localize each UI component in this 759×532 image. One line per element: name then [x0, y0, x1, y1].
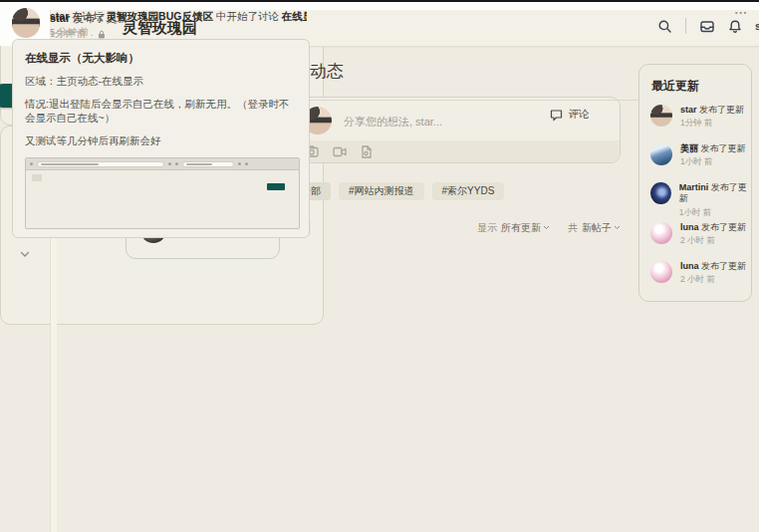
post-card-2: star 在论坛 灵智玫瑰园BUG反馈区 中开始了讨论 在线显示（无大影响） 5…: [0, 126, 324, 325]
total-label: 共: [568, 221, 578, 235]
topic-line-3: 又测试等几分钟后再刷新会好: [25, 134, 297, 148]
filter-chips: 全部 #网站内测报道 #索尔YYDS: [291, 182, 504, 200]
navbar-divider: [685, 18, 686, 34]
top-notch: [681, 2, 697, 10]
screenshot-page: [26, 170, 299, 228]
show-label: 显示: [477, 221, 497, 235]
post2-author-name[interactable]: star: [50, 10, 69, 22]
inbox-icon[interactable]: [699, 19, 715, 34]
chevron-down-icon[interactable]: [18, 247, 32, 261]
file-icon[interactable]: [361, 145, 373, 158]
post2-header: star 在论坛 灵智玫瑰园BUG反馈区 中开始了讨论 在线显示（无大影响）: [50, 9, 307, 23]
screenshot-address-bar: [37, 161, 164, 167]
recent-item-3[interactable]: Martini 发布了更新 1小时 前: [650, 182, 751, 219]
screenshot-search-box: [182, 161, 234, 167]
lock-icon: [98, 30, 106, 39]
bell-icon[interactable]: [728, 19, 742, 34]
avatar-martini: [650, 182, 671, 204]
avatar-luna: [650, 261, 672, 283]
screenshot-teal-button: [267, 183, 285, 190]
feed-controls-row: 显示 所有更新 共 新帖子: [291, 219, 621, 236]
filter-chip-tag2[interactable]: #索尔YYDS: [432, 182, 505, 200]
topic-title: 在线显示（无大影响）: [25, 51, 297, 66]
navbar-actions: sta: [657, 18, 759, 34]
post2-topic-link[interactable]: 在线显示（无大影响）: [282, 10, 307, 22]
filter-chip-tag1[interactable]: #网站内测报道: [339, 182, 424, 200]
show-filter-dropdown[interactable]: 所有更新: [501, 221, 550, 235]
embedded-screenshot[interactable]: [25, 157, 300, 229]
topic-line-1: 区域：主页动态-在线显示: [25, 75, 297, 89]
recent-updates-card: 最近更新 star 发布了更新 1分钟 前 美丽 发布了更新 1小时 前 Mar…: [638, 64, 752, 302]
avatar-star: [650, 105, 672, 127]
recent-item-1[interactable]: star 发布了更新 1分钟 前: [650, 105, 744, 130]
current-user-name[interactable]: sta: [755, 20, 759, 32]
display-controls: 显示 所有更新 共 新帖子: [477, 221, 621, 235]
post2-time: 5 分钟 前: [50, 26, 89, 39]
video-icon[interactable]: [333, 146, 347, 157]
post2-more-button[interactable]: ⋯: [734, 6, 747, 19]
sort-dropdown[interactable]: 新帖子: [582, 221, 621, 235]
recent-item-4[interactable]: luna 发布了更新 2 小时 前: [650, 222, 746, 247]
screenshot-browser-bar: [26, 158, 299, 170]
post2-topic-box: 在线显示（无大影响） 区域：主页动态-在线显示 情况:退出登陆后会显示自己在线，…: [12, 39, 310, 238]
post2-author-avatar[interactable]: [12, 8, 40, 36]
recent-item-5[interactable]: luna 发布了更新 2 小时 前: [650, 261, 746, 286]
recent-item-2[interactable]: 美丽 发布了更新 1小时 前: [650, 143, 746, 168]
composer-toolbar: [292, 140, 620, 162]
search-icon[interactable]: [657, 19, 672, 34]
recent-title: 最近更新: [651, 78, 699, 95]
post2-forum-link[interactable]: 灵智玫瑰园BUG反馈区: [107, 10, 213, 22]
screenshot-page-block: [32, 174, 42, 181]
app-window: 灵智玫瑰园 sta 玫瑰园官方公告 站点开始内测: [0, 0, 759, 532]
topic-line-2: 情况:退出登陆后会显示自己在线，刷新无用。（登录时不会显示自己在线~）: [25, 98, 297, 126]
avatar-meili: [650, 143, 672, 165]
avatar-luna: [650, 222, 672, 244]
